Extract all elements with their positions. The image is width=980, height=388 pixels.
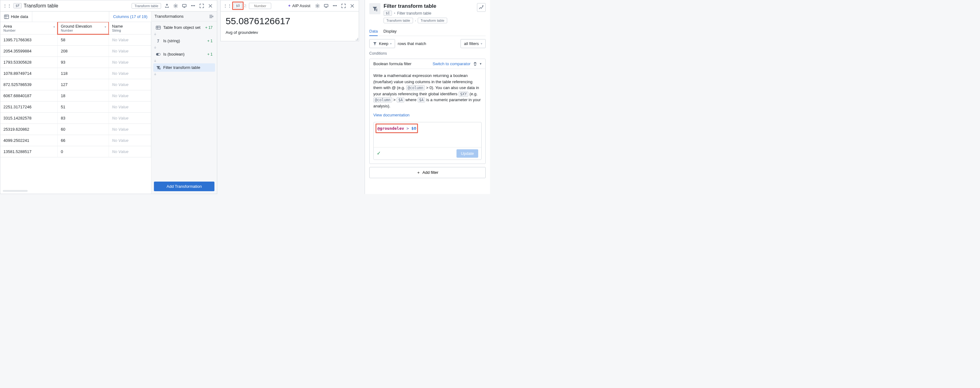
all-filters-select[interactable]: all filters ▾ (461, 39, 486, 48)
data-table: Area Number ▾ Ground Elevation Number ▾ (0, 22, 151, 157)
number-input[interactable] (249, 3, 271, 9)
add-filter-button[interactable]: ＋ Add filter (369, 167, 486, 178)
rows-match-label: rows that match (398, 41, 426, 46)
drag-handle-icon[interactable]: ⋮⋮ (3, 3, 11, 8)
expand-icon[interactable] (339, 2, 348, 10)
trash-icon[interactable] (473, 62, 477, 66)
cell-ground-elevation: 118 (57, 68, 108, 79)
table-icon (4, 14, 9, 19)
table-row[interactable]: 872.525786539127No Value (0, 79, 151, 90)
center-panel-header: ⋮⋮ $O 2: ✦ AIP Assist ••• (220, 0, 359, 11)
chevron-down-icon[interactable]: ▾ (480, 62, 482, 66)
cell-ground-elevation: 93 (57, 57, 108, 68)
var-chip-i[interactable]: $I (383, 11, 392, 16)
close-icon[interactable] (348, 2, 356, 10)
cell-name: No Value (109, 90, 151, 102)
expand-icon[interactable] (198, 2, 206, 10)
cell-name: No Value (109, 124, 151, 135)
var-chip-o[interactable]: $O (234, 3, 242, 8)
cell-name: No Value (109, 68, 151, 79)
table-row[interactable]: 13581.52885170No Value (0, 146, 151, 157)
arrow-down-icon (153, 72, 215, 77)
arrow-down-icon (153, 45, 215, 50)
cell-name: No Value (109, 57, 151, 68)
conditions-label: Conditions (369, 51, 486, 56)
table-row[interactable]: 2054.35599884208No Value (0, 46, 151, 57)
transform-icon (156, 39, 161, 43)
cell-ground-elevation: 0 (57, 146, 108, 157)
view-documentation-link[interactable]: View documentation (373, 112, 410, 118)
transform-label: Is (boolean) (163, 52, 185, 57)
table-row[interactable]: 25319.62086260No Value (0, 124, 151, 135)
hide-data-button[interactable]: Hide data (0, 11, 32, 22)
tab-display[interactable]: Display (383, 27, 396, 36)
aip-assist-button[interactable]: ✦ AIP Assist (286, 3, 312, 8)
close-icon[interactable] (206, 2, 215, 10)
truncated-text: 2: (244, 4, 247, 8)
resize-handle[interactable] (356, 38, 358, 40)
plus-icon: ＋ (417, 170, 420, 175)
chevron-down-icon: ▾ (481, 42, 482, 45)
cell-ground-elevation: 127 (57, 79, 108, 90)
drag-handle-icon[interactable]: ⋮⋮ (223, 3, 232, 8)
present-icon[interactable] (322, 2, 330, 10)
keep-select[interactable]: Keep ▾ (369, 39, 395, 48)
table-row[interactable]: 1395.7176636358No Value (0, 35, 151, 46)
cell-ground-elevation: 66 (57, 135, 108, 146)
cell-ground-elevation: 51 (57, 102, 108, 113)
transform-table-chip[interactable]: Transform table (132, 3, 161, 9)
more-icon[interactable]: ••• (331, 2, 339, 10)
metric-label: Avg of groundelev (226, 30, 354, 35)
cell-name: No Value (109, 113, 151, 124)
hide-data-label: Hide data (11, 14, 28, 19)
col-header-name[interactable]: Name String (109, 22, 151, 35)
transform-count: + 17 (205, 25, 213, 30)
right-panel-title: Filter transform table (383, 3, 474, 9)
cell-area: 1793.53305628 (0, 57, 57, 68)
table-row[interactable]: 1078.89749714118No Value (0, 68, 151, 79)
col-header-area[interactable]: Area Number ▾ (0, 22, 57, 35)
more-icon[interactable]: ••• (189, 2, 197, 10)
check-icon: ✓ (377, 149, 381, 157)
transform-icon (156, 65, 161, 70)
transform-item[interactable]: Table from object set+ 17 (153, 23, 215, 32)
gear-icon[interactable] (172, 2, 180, 10)
transform-item[interactable]: Is (string)+ 1 (153, 37, 215, 45)
var-chip-f[interactable]: $F (13, 3, 22, 8)
tab-data[interactable]: Data (369, 27, 378, 36)
table-row[interactable]: 2251.3171724651No Value (0, 102, 151, 113)
cell-area: 1078.89749714 (0, 68, 57, 79)
collapse-icon[interactable] (209, 14, 214, 19)
add-chart-button[interactable] (477, 3, 486, 12)
svg-rect-2 (4, 15, 9, 19)
breadcrumb-chip[interactable]: Transform table (383, 18, 413, 23)
horizontal-scrollbar[interactable] (3, 190, 28, 192)
add-transformation-button[interactable]: Add Transformation (154, 181, 215, 191)
formula-editor[interactable]: @groundelev > $O (374, 122, 481, 147)
table-row[interactable]: 1793.5330562893No Value (0, 57, 151, 68)
cell-area: 13581.5288517 (0, 146, 57, 157)
transform-item[interactable]: Is (boolean)+ 1 (153, 50, 215, 58)
svg-point-0 (175, 5, 177, 6)
switch-comparator-link[interactable]: Switch to comparator (433, 62, 471, 66)
columns-link[interactable]: Columns (17 of 19) (109, 11, 151, 22)
table-row[interactable]: 3315.1428257883No Value (0, 113, 151, 124)
right-panel-subtitle: Filter transform table (397, 11, 431, 16)
cell-area: 872.525786539 (0, 79, 57, 90)
chevron-right-icon: › (415, 19, 416, 22)
filter-icon (373, 41, 377, 46)
gear-icon[interactable] (313, 2, 321, 10)
present-icon[interactable] (180, 2, 188, 10)
table-row[interactable]: 6067.6884018718No Value (0, 90, 151, 102)
col-header-ground-elevation[interactable]: Ground Elevation Number ▾ (57, 22, 108, 35)
export-icon[interactable] (163, 2, 171, 10)
svg-point-5 (158, 53, 160, 55)
update-button[interactable]: Update (457, 149, 478, 158)
breadcrumb-chip[interactable]: Transform table (418, 18, 447, 23)
chevron-down-icon: ▾ (105, 25, 106, 29)
cell-ground-elevation: 58 (57, 35, 108, 46)
help-text: Write a mathematical expression returnin… (373, 73, 481, 108)
table-row[interactable]: 4099.250224166No Value (0, 135, 151, 146)
transform-icon (156, 53, 161, 56)
transform-item[interactable]: Filter transform table (153, 63, 215, 72)
